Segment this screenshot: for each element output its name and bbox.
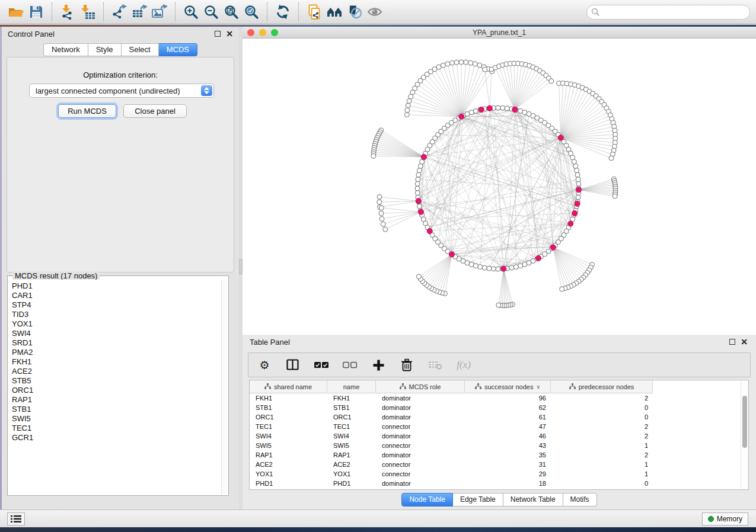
network-node[interactable] xyxy=(496,303,501,307)
search-input[interactable] xyxy=(586,5,750,20)
cell-name[interactable]: ORC1 xyxy=(327,412,376,422)
cell-successor-nodes[interactable]: 31 xyxy=(465,460,551,469)
tab-mcds[interactable]: MCDS xyxy=(159,43,197,56)
network-node[interactable] xyxy=(464,60,468,65)
cell-MCDS-role[interactable]: dominator xyxy=(376,479,465,488)
network-node[interactable] xyxy=(473,62,477,66)
mcds-hub-node[interactable] xyxy=(418,209,423,214)
cell-MCDS-role[interactable]: connector xyxy=(376,441,465,450)
network-node[interactable] xyxy=(518,264,523,268)
cell-shared-name[interactable]: FKH1 xyxy=(250,393,327,403)
zoom-out-icon[interactable] xyxy=(201,2,221,21)
network-node[interactable] xyxy=(441,63,445,68)
mcds-result-item[interactable]: CAR1 xyxy=(12,291,221,300)
zoom-selected-icon[interactable] xyxy=(241,2,261,21)
mcds-hub-node[interactable] xyxy=(568,221,573,226)
float-panel-icon[interactable] xyxy=(215,31,221,37)
mcds-hub-node[interactable] xyxy=(572,211,578,216)
network-node[interactable] xyxy=(609,156,614,161)
cell-MCDS-role[interactable]: dominator xyxy=(376,393,465,403)
cell-shared-name[interactable]: SWI4 xyxy=(250,431,327,441)
export-network-icon[interactable] xyxy=(109,2,129,21)
mcds-result-list[interactable]: PHD1CAR1STP4TID3YOX1SWI4SRD1PMA2FKH1ACE2… xyxy=(8,280,221,495)
cell-predecessor-nodes[interactable]: 2 xyxy=(551,393,653,403)
cell-successor-nodes[interactable]: 18 xyxy=(465,479,551,488)
column-header-successor-nodes[interactable]: successor nodes∨ xyxy=(465,380,551,393)
cell-successor-nodes[interactable]: 35 xyxy=(465,450,551,460)
network-node[interactable] xyxy=(407,98,412,103)
mcds-result-item[interactable]: SRD1 xyxy=(12,338,221,348)
network-node[interactable] xyxy=(415,186,420,191)
network-node[interactable] xyxy=(459,60,464,65)
mcds-result-item[interactable]: FKH1 xyxy=(12,357,221,367)
cell-successor-nodes[interactable]: 43 xyxy=(465,441,551,450)
network-node[interactable] xyxy=(406,103,410,108)
cell-name[interactable]: ACE2 xyxy=(327,460,376,469)
mcds-hub-node[interactable] xyxy=(487,105,492,111)
network-node[interactable] xyxy=(513,265,518,270)
mcds-hub-node[interactable] xyxy=(421,154,426,159)
mcds-hub-node[interactable] xyxy=(558,135,563,140)
network-node[interactable] xyxy=(576,181,581,186)
mcds-hub-node[interactable] xyxy=(576,187,581,193)
mcds-hub-node[interactable] xyxy=(501,266,506,271)
cell-MCDS-role[interactable]: dominator xyxy=(376,450,465,460)
deselect-all-icon[interactable] xyxy=(342,357,358,373)
cell-shared-name[interactable]: ORC1 xyxy=(250,412,327,422)
mcds-result-item[interactable]: RAP1 xyxy=(12,395,221,405)
table-scrollbar[interactable] xyxy=(741,380,748,489)
cell-MCDS-role[interactable]: dominator xyxy=(376,412,465,422)
tab-network[interactable]: Network xyxy=(43,43,88,56)
open-file-icon[interactable] xyxy=(6,2,26,21)
mcds-result-item[interactable]: TID3 xyxy=(12,310,221,319)
cell-predecessor-nodes[interactable]: 1 xyxy=(551,469,653,479)
mcds-result-item[interactable]: ORC1 xyxy=(12,386,221,395)
network-node[interactable] xyxy=(445,62,450,66)
import-table-icon[interactable] xyxy=(78,2,98,21)
mcds-result-item[interactable]: TEC1 xyxy=(12,424,221,433)
cell-shared-name[interactable]: PHD1 xyxy=(250,479,327,488)
network-node[interactable] xyxy=(381,222,385,226)
tab-motifs[interactable]: Motifs xyxy=(563,493,597,507)
mcds-hub-node[interactable] xyxy=(536,255,541,261)
tab-node-table[interactable]: Node Table xyxy=(401,493,453,507)
export-table-icon[interactable] xyxy=(129,2,149,21)
search-field[interactable] xyxy=(586,5,750,20)
network-node[interactable] xyxy=(473,108,478,113)
network-node[interactable] xyxy=(416,274,421,279)
cell-shared-name[interactable]: SWI5 xyxy=(250,441,327,450)
table-row[interactable]: RAP1RAP1dominator352 xyxy=(250,450,748,460)
tab-edge-table[interactable]: Edge Table xyxy=(453,493,503,507)
network-node[interactable] xyxy=(613,194,617,198)
memory-button[interactable]: Memory xyxy=(702,512,748,525)
node-table[interactable]: shared namenameMCDS rolesuccessor nodes∨… xyxy=(249,380,749,490)
mcds-result-item[interactable]: SWI4 xyxy=(12,329,221,338)
mcds-hub-node[interactable] xyxy=(427,229,432,234)
show-column-icon[interactable] xyxy=(285,357,301,373)
table-row[interactable]: YOX1YOX1connector291 xyxy=(250,469,748,479)
table-row[interactable]: SWI5SWI5connector431 xyxy=(250,441,748,450)
network-node[interactable] xyxy=(482,265,487,270)
run-mcds-button[interactable]: Run MCDS xyxy=(58,104,116,118)
cell-successor-nodes[interactable]: 61 xyxy=(465,412,551,422)
cell-name[interactable]: SWI5 xyxy=(327,441,376,450)
cell-successor-nodes[interactable]: 29 xyxy=(465,469,551,479)
close-panel-icon[interactable]: ✕ xyxy=(226,31,233,37)
network-node[interactable] xyxy=(505,106,509,111)
mcds-result-item[interactable]: STB5 xyxy=(12,376,221,386)
cell-predecessor-nodes[interactable]: 1 xyxy=(551,441,653,450)
network-node[interactable] xyxy=(575,172,580,177)
table-row[interactable]: ACE2ACE2connector311 xyxy=(250,460,748,469)
clone-network-icon[interactable] xyxy=(304,2,324,21)
tab-select[interactable]: Select xyxy=(122,43,159,56)
network-node[interactable] xyxy=(404,113,409,117)
network-node[interactable] xyxy=(377,194,382,199)
show-hide-icon[interactable] xyxy=(365,2,385,21)
network-node[interactable] xyxy=(416,177,420,182)
delete-row-icon[interactable] xyxy=(399,357,414,373)
network-node[interactable] xyxy=(491,267,496,271)
mcds-hub-node[interactable] xyxy=(550,245,556,250)
cell-successor-nodes[interactable]: 46 xyxy=(465,431,551,441)
network-node[interactable] xyxy=(496,267,500,271)
cell-name[interactable]: SWI4 xyxy=(327,431,376,441)
